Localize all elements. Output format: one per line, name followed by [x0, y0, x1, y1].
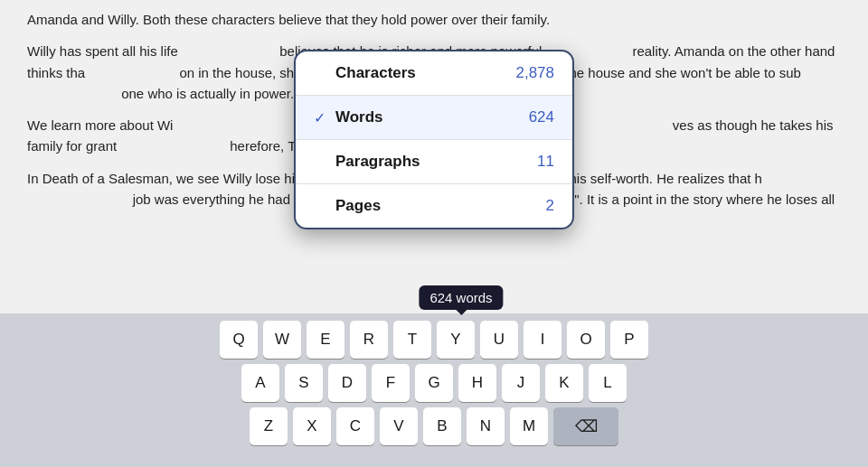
checkmark-pages [314, 198, 328, 214]
characters-label: Characters [335, 64, 515, 82]
key-b[interactable]: B [423, 407, 461, 445]
keyboard-row-1: Q W E R T Y U I O P [5, 321, 863, 359]
delete-key[interactable]: ⌫ [553, 407, 618, 445]
key-y[interactable]: Y [437, 321, 475, 359]
checkmark-paragraphs [314, 154, 328, 170]
key-t[interactable]: T [393, 321, 431, 359]
key-e[interactable]: E [307, 321, 344, 359]
words-value: 624 [529, 108, 554, 126]
key-c[interactable]: C [336, 407, 374, 445]
key-s[interactable]: S [285, 364, 323, 402]
key-q[interactable]: Q [220, 321, 258, 359]
paragraphs-value: 11 [537, 153, 554, 171]
key-d[interactable]: D [328, 364, 366, 402]
key-m[interactable]: M [510, 407, 548, 445]
key-w[interactable]: W [263, 321, 301, 359]
paragraphs-label: Paragraphs [335, 153, 537, 171]
popup-row-characters[interactable]: Characters 2,878 [296, 51, 572, 96]
key-z[interactable]: Z [250, 407, 288, 445]
pages-value: 2 [546, 197, 554, 215]
key-k[interactable]: K [545, 364, 583, 402]
paragraph-1: Amanda and Willy. Both these characters … [27, 9, 841, 30]
characters-value: 2,878 [515, 64, 554, 82]
key-n[interactable]: N [467, 407, 505, 445]
key-p[interactable]: P [610, 321, 648, 359]
key-i[interactable]: I [524, 321, 561, 359]
word-count-tooltip: 624 words [419, 285, 503, 310]
key-j[interactable]: J [502, 364, 540, 402]
key-u[interactable]: U [480, 321, 518, 359]
key-h[interactable]: H [458, 364, 496, 402]
key-f[interactable]: F [372, 364, 410, 402]
popup-row-paragraphs[interactable]: Paragraphs 11 [296, 140, 572, 184]
key-g[interactable]: G [415, 364, 453, 402]
key-r[interactable]: R [350, 321, 388, 359]
words-label: Words [335, 108, 529, 126]
word-count-popup: Characters 2,878 ✓ Words 624 Paragraphs … [294, 50, 574, 229]
checkmark-words: ✓ [314, 109, 328, 126]
key-o[interactable]: O [567, 321, 605, 359]
keyboard-row-2: A S D F G H J K L [5, 364, 863, 402]
popup-row-words[interactable]: ✓ Words 624 [296, 96, 572, 140]
popup-row-pages[interactable]: Pages 2 [296, 184, 572, 228]
popup-container: Characters 2,878 ✓ Words 624 Paragraphs … [294, 50, 574, 229]
key-l[interactable]: L [589, 364, 627, 402]
keyboard-row-3: Z X C V B N M ⌫ [5, 407, 863, 445]
key-a[interactable]: A [241, 364, 279, 402]
keyboard: Q W E R T Y U I O P A S D F G H J K L Z … [0, 313, 868, 467]
checkmark-characters [314, 65, 328, 81]
key-x[interactable]: X [293, 407, 331, 445]
pages-label: Pages [335, 197, 546, 215]
key-v[interactable]: V [380, 407, 418, 445]
